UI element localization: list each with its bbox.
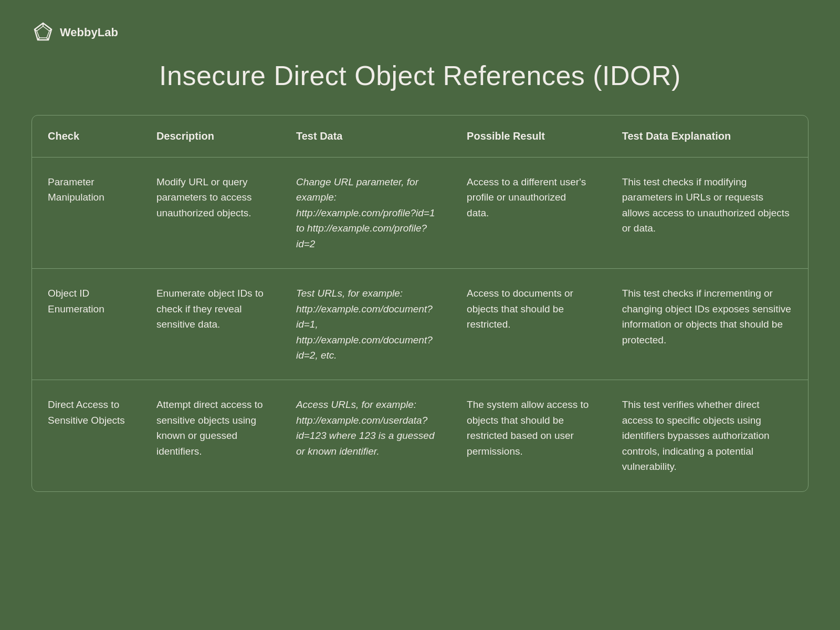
webbylab-logo-icon [32,21,55,44]
cell-explanation: This test checks if modifying parameters… [606,158,808,269]
table-header-row: Check Description Test Data Possible Res… [32,116,808,158]
idor-table: Check Description Test Data Possible Res… [32,116,808,491]
cell-description: Enumerate object IDs to check if they re… [141,269,280,380]
header-check: Check [32,116,141,158]
logo-text: WebbyLab [60,26,118,39]
logo-bar: WebbyLab [32,21,808,44]
cell-test-data: Access URLs, for example: http://example… [280,380,451,491]
table-row: Object ID EnumerationEnumerate object ID… [32,269,808,380]
cell-test-data: Test URLs, for example: http://example.c… [280,269,451,380]
page-title: Insecure Direct Object References (IDOR) [159,60,681,91]
cell-explanation: This test checks if incrementing or chan… [606,269,808,380]
cell-description: Attempt direct access to sensitive objec… [141,380,280,491]
cell-check: Object ID Enumeration [32,269,141,380]
cell-check: Direct Access to Sensitive Objects [32,380,141,491]
header-description: Description [141,116,280,158]
cell-test-data: Change URL parameter, for example: http:… [280,158,451,269]
header-explanation: Test Data Explanation [606,116,808,158]
cell-description: Modify URL or query parameters to access… [141,158,280,269]
svg-marker-1 [37,26,49,38]
table-row: Direct Access to Sensitive ObjectsAttemp… [32,380,808,491]
header-possible-result: Possible Result [451,116,606,158]
cell-check: Parameter Manipulation [32,158,141,269]
cell-possible-result: Access to a different user's profile or … [451,158,606,269]
table-row: Parameter ManipulationModify URL or quer… [32,158,808,269]
cell-possible-result: Access to documents or objects that shou… [451,269,606,380]
cell-possible-result: The system allow access to objects that … [451,380,606,491]
main-table-container: Check Description Test Data Possible Res… [32,115,808,492]
header-test-data: Test Data [280,116,451,158]
cell-explanation: This test verifies whether direct access… [606,380,808,491]
